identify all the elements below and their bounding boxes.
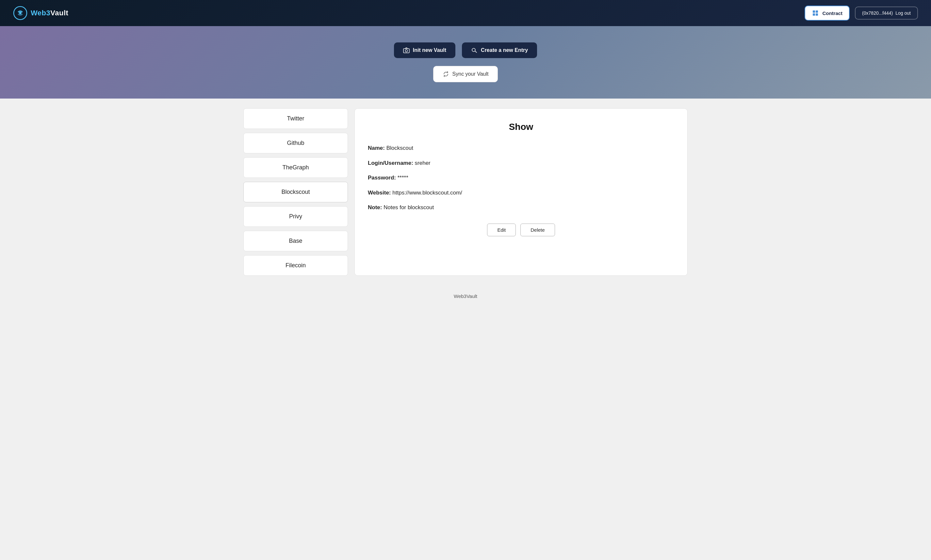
website-label: Website: <box>368 189 391 196</box>
svg-rect-6 <box>403 49 409 53</box>
login-value: sreher <box>415 160 431 166</box>
detail-actions: Edit Delete <box>368 223 674 236</box>
detail-login-field: Login/Username: sreher <box>368 159 674 168</box>
header: Web3Vault Contract (0x7820...f444) Log o… <box>0 0 931 26</box>
footer: Web3Vault <box>0 286 931 307</box>
sync-vault-button[interactable]: Sync your Vault <box>433 66 498 82</box>
note-label: Note: <box>368 204 382 211</box>
sidebar-item-privy[interactable]: Privy <box>243 206 348 227</box>
sidebar-item-twitter[interactable]: Twitter <box>243 108 348 129</box>
sidebar: TwitterGithubTheGraphBlockscoutPrivyBase… <box>243 108 348 276</box>
svg-point-7 <box>405 49 408 52</box>
logout-label: Log out <box>895 11 911 16</box>
detail-name-field: Name: Blockscout <box>368 144 674 152</box>
init-vault-label: Init new Vault <box>413 47 446 53</box>
sync-vault-label: Sync your Vault <box>452 71 489 77</box>
svg-rect-2 <box>813 11 815 13</box>
contract-button[interactable]: Contract <box>804 6 850 20</box>
hero-banner: Init new Vault Create a new Entry Sync y… <box>0 26 931 98</box>
name-value: Blockscout <box>386 145 413 151</box>
sidebar-item-blockscout[interactable]: Blockscout <box>243 182 348 202</box>
create-entry-label: Create a new Entry <box>481 47 528 53</box>
camera-icon <box>403 47 410 54</box>
website-value: https://www.blockscout.com/ <box>392 189 462 196</box>
svg-rect-3 <box>816 11 818 13</box>
logo-icon <box>13 6 28 20</box>
detail-password-field: Password: ***** <box>368 174 674 182</box>
logo-text: Web3Vault <box>31 9 68 17</box>
detail-panel: Show Name: Blockscout Login/Username: sr… <box>354 108 688 276</box>
svg-rect-5 <box>816 13 818 16</box>
detail-title: Show <box>368 122 674 132</box>
delete-button[interactable]: Delete <box>520 223 555 236</box>
svg-rect-4 <box>813 13 815 16</box>
footer-text: Web3Vault <box>454 293 477 299</box>
logout-button[interactable]: (0x7820...f444) Log out <box>855 6 918 20</box>
sidebar-item-base[interactable]: Base <box>243 231 348 251</box>
hero-buttons: Init new Vault Create a new Entry <box>394 42 537 58</box>
contract-label: Contract <box>822 11 843 16</box>
login-label: Login/Username: <box>368 160 413 166</box>
svg-point-1 <box>19 12 21 14</box>
wallet-address: (0x7820...f444) <box>862 11 893 16</box>
logo-area: Web3Vault <box>13 6 68 20</box>
detail-website-field: Website: https://www.blockscout.com/ <box>368 189 674 197</box>
contract-icon <box>812 9 819 17</box>
note-value: Notes for blockscout <box>383 204 434 211</box>
edit-button[interactable]: Edit <box>487 223 516 236</box>
detail-note-field: Note: Notes for blockscout <box>368 203 674 212</box>
main-content: TwitterGithubTheGraphBlockscoutPrivyBase… <box>237 98 694 286</box>
key-icon <box>471 47 478 54</box>
sidebar-item-filecoin[interactable]: Filecoin <box>243 255 348 276</box>
name-label: Name: <box>368 145 385 151</box>
password-value: ***** <box>398 175 408 181</box>
header-right: Contract (0x7820...f444) Log out <box>804 6 918 20</box>
sidebar-item-thegraph[interactable]: TheGraph <box>243 157 348 178</box>
sync-icon <box>443 71 449 77</box>
create-entry-button[interactable]: Create a new Entry <box>462 42 537 58</box>
init-vault-button[interactable]: Init new Vault <box>394 42 455 58</box>
sidebar-item-github[interactable]: Github <box>243 133 348 153</box>
password-label: Password: <box>368 175 396 181</box>
